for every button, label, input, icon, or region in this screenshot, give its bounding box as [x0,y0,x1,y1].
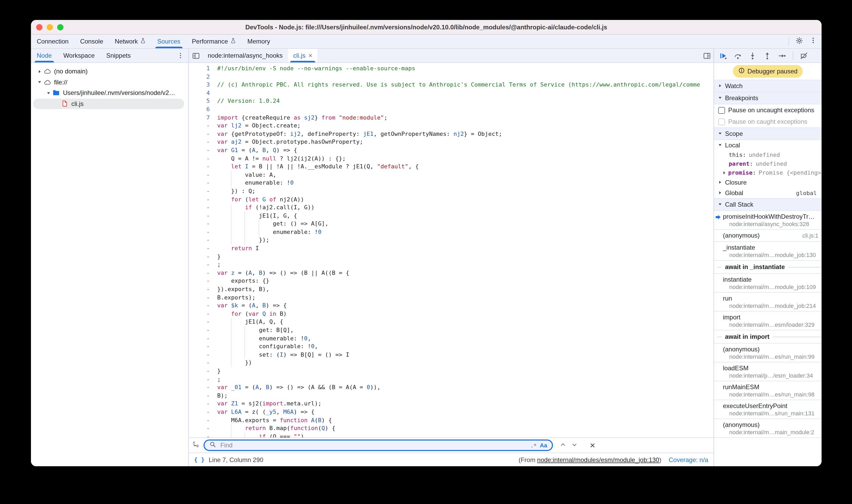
line-number[interactable]: - [189,359,217,367]
callstack-frame-loadesm[interactable]: loadESMnode:internal/p…/esm_loader:34 [714,362,821,381]
navigator-kebab-icon[interactable] [177,49,184,62]
sidebar-tab-workspace[interactable]: Workspace [57,49,101,62]
line-number[interactable]: - [189,269,217,277]
callstack-frame-executeuserentrypoint[interactable]: executeUserEntryPointnode:internal/m…s/r… [714,400,821,419]
section-scope[interactable]: Scope [714,127,821,140]
line-number[interactable]: - [189,277,217,285]
chevron-right-icon[interactable] [722,170,727,175]
sidebar-tab-node[interactable]: Node [31,49,57,62]
line-number[interactable]: - [189,326,217,334]
sidebar-tab-snippets[interactable]: Snippets [101,49,137,62]
line-number[interactable]: - [189,342,217,350]
chevron-right-icon[interactable] [36,69,42,74]
deactivate-breakpoints-icon[interactable] [800,52,808,59]
find-previous-icon[interactable] [560,440,566,450]
callstack-frame-anonymous[interactable]: (anonymous)cli.js:1 [714,230,821,242]
close-find-icon[interactable]: ✕ [590,441,596,449]
code-editor[interactable]: 1#!/usr/bin/env -S node --no-warnings --… [189,63,713,437]
line-number[interactable]: 3 [189,81,217,89]
line-number[interactable]: 6 [189,105,217,113]
breakpoint-toggle-pause-on-caught-exceptions[interactable]: Pause on caught exceptions [714,116,821,127]
line-number[interactable]: - [189,130,217,138]
checkbox[interactable] [718,118,725,125]
line-number[interactable]: - [189,392,217,400]
line-number[interactable]: - [189,285,217,293]
line-number[interactable]: - [189,334,217,342]
line-number[interactable]: - [189,187,217,195]
line-number[interactable]: 2 [189,73,217,81]
line-number[interactable]: - [189,432,217,437]
section-watch[interactable]: Watch [714,80,821,92]
callstack-frame-instantiate[interactable]: _instantiatenode:internal/m…module_job:1… [714,242,821,260]
close-window-button[interactable] [36,24,42,30]
line-number[interactable]: - [189,400,217,408]
line-number[interactable]: - [189,212,217,220]
callstack-frame-anonymous[interactable]: (anonymous)node:internal/m…es/run_main:9… [714,343,821,362]
line-number[interactable]: - [189,416,217,424]
scope-prop-this[interactable]: this:undefined [714,150,821,159]
line-number[interactable]: - [189,351,217,359]
tab-network[interactable]: Network [109,35,152,48]
line-number[interactable]: - [189,203,217,212]
line-number[interactable]: - [189,318,217,326]
line-number[interactable]: - [189,310,217,318]
callstack-frame-run[interactable]: runnode:internal/m…module_job:214 [714,293,821,311]
line-number[interactable]: - [189,179,217,187]
line-number[interactable]: 4 [189,89,217,97]
gear-icon[interactable] [795,36,803,47]
line-number[interactable]: - [189,424,217,432]
tab-performance[interactable]: Performance [186,35,242,48]
line-number[interactable]: - [189,367,217,375]
callstack-frame-anonymous[interactable]: (anonymous)node:internal/m…main_module:2 [714,419,821,438]
minimize-window-button[interactable] [47,24,53,30]
line-number[interactable]: - [189,155,217,163]
find-input[interactable] [219,441,527,449]
resume-script-icon[interactable] [719,52,727,59]
editor-tab-node-internal-async-hooks[interactable]: node:internal/async_hooks [202,49,288,62]
scope-group-closure[interactable]: Closure [714,177,821,188]
line-number[interactable]: - [189,375,217,383]
scope-prop-parent[interactable]: parent:undefined [714,159,821,168]
line-number[interactable]: - [189,293,217,302]
zoom-window-button[interactable] [57,24,64,30]
callstack-frame-promiseinithookwithdestroytr[interactable]: promiseInitHookWithDestroyTr…node:intern… [714,211,821,230]
editor-tab-cli-js[interactable]: cli.js× [288,49,318,62]
line-number[interactable]: - [189,261,217,269]
line-number[interactable]: - [189,383,217,392]
line-number[interactable]: - [189,220,217,228]
close-tab-icon[interactable]: × [308,52,312,59]
section-call-stack[interactable]: Call Stack [714,198,821,211]
breakpoint-toggle-pause-on-uncaught-exceptions[interactable]: Pause on uncaught exceptions [714,104,821,116]
line-number[interactable]: - [189,228,217,236]
coverage-link[interactable]: Coverage: n/a [669,456,708,463]
scope-prop-promise[interactable]: promise:Promise {<pending>} [714,168,821,177]
chevron-down-icon[interactable] [36,80,42,85]
line-number[interactable]: - [189,195,217,203]
line-number[interactable]: - [189,302,217,310]
replace-toggle-icon[interactable]: AB [193,440,200,450]
callstack-frame-runmainesm[interactable]: runMainESMnode:internal/m…es/run_main:98 [714,381,821,400]
pretty-print-button[interactable]: { } [194,456,205,463]
line-number[interactable]: - [189,236,217,245]
tab-memory[interactable]: Memory [242,35,276,48]
find-next-icon[interactable] [571,440,578,450]
tab-console[interactable]: Console [74,35,109,48]
line-number[interactable]: - [189,163,217,171]
line-number[interactable]: - [189,171,217,179]
regex-toggle[interactable]: .* [530,443,537,448]
step-out-icon[interactable] [763,52,771,59]
source-map-link[interactable]: node:internal/modules/esm/module_job:130 [537,456,659,463]
scope-group-global[interactable]: Globalglobal [714,188,821,198]
line-number[interactable]: - [189,408,217,416]
chevron-down-icon[interactable] [45,91,51,95]
checkbox[interactable] [718,107,725,113]
section-breakpoints[interactable]: Breakpoints [714,92,821,104]
line-number[interactable]: - [189,138,217,146]
line-number[interactable]: - [189,122,217,130]
tab-connection[interactable]: Connection [31,35,74,48]
line-number[interactable]: - [189,245,217,253]
step-over-icon[interactable] [734,52,742,59]
line-number[interactable]: 7 [189,113,217,122]
step-icon[interactable] [778,52,786,59]
tree-item-no-domain[interactable]: (no domain) [31,66,188,77]
